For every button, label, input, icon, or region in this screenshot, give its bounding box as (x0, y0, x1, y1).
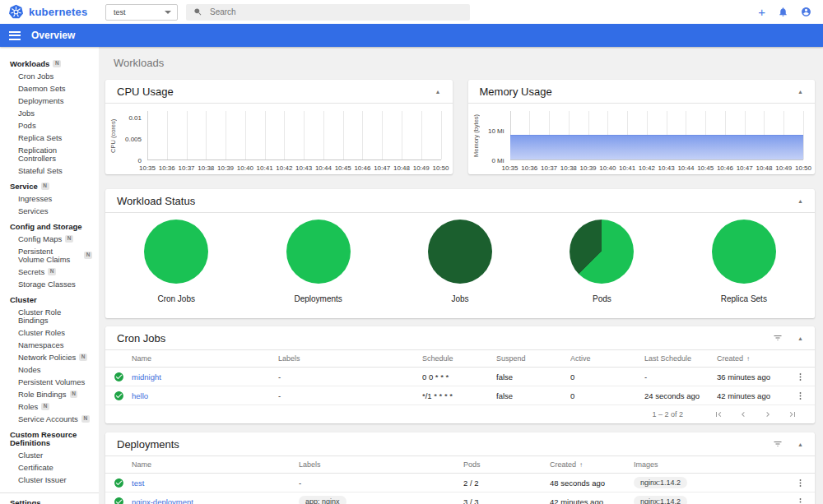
search-input[interactable] (210, 7, 463, 16)
column-header-labels[interactable]: Labels (299, 460, 463, 469)
pagination: 1 – 2 of 2 (105, 405, 815, 423)
first-page-button[interactable] (706, 409, 731, 419)
row-menu (785, 495, 815, 504)
column-header-active[interactable]: Active (570, 354, 644, 363)
sidebar-item-roles[interactable]: RolesN (0, 400, 99, 413)
memory-usage-title: Memory Usage (480, 86, 783, 98)
sidebar-item-persistent-volume-claims[interactable]: Persistent Volume ClaimsN (0, 245, 99, 266)
resource-link[interactable]: nginx-deployment (132, 497, 193, 504)
row-menu (785, 389, 815, 403)
sidebar-item-stateful-sets[interactable]: Stateful Sets (0, 164, 99, 177)
sidebar-item-replication-controllers[interactable]: Replication Controllers (0, 144, 99, 164)
filter-button[interactable] (773, 439, 783, 449)
sidebar-item-role-bindings[interactable]: Role BindingsN (0, 388, 99, 400)
notifications-button[interactable] (778, 7, 788, 17)
collapse-button[interactable]: ▲ (797, 198, 803, 204)
column-header-label: Created (550, 460, 576, 469)
sidebar-item-network-policies[interactable]: Network PoliciesN (0, 351, 99, 363)
row-menu-button[interactable] (793, 370, 807, 384)
sidebar-item-settings[interactable]: Settings (0, 497, 99, 504)
sidebar-section-config-and-storage[interactable]: Config and Storage (0, 220, 99, 233)
account-circle-icon (801, 7, 811, 17)
y-axis-tick: 0.01 (128, 113, 142, 121)
sidebar-item-certificate[interactable]: Certificate (0, 461, 99, 474)
gridline (402, 111, 402, 160)
sidebar-item-daemon-sets[interactable]: Daemon Sets (0, 82, 99, 95)
resource-link[interactable]: midnight (132, 372, 161, 381)
collapse-button[interactable]: ▲ (797, 335, 803, 341)
namespaced-badge: N (41, 403, 49, 411)
sidebar-item-services[interactable]: Services (0, 205, 99, 217)
namespace-value: test (114, 8, 165, 16)
sidebar-item-label: Persistent Volumes (18, 378, 85, 386)
sidebar-item-nodes[interactable]: Nodes (0, 363, 99, 376)
sidebar-item-jobs[interactable]: Jobs (0, 107, 99, 119)
sidebar-item-pods[interactable]: Pods (0, 119, 99, 132)
previous-page-button[interactable] (731, 409, 756, 419)
column-header-suspend[interactable]: Suspend (496, 354, 570, 363)
collapse-button[interactable]: ▲ (797, 442, 803, 447)
sidebar-item-label: Cluster Role Bindings (18, 308, 92, 325)
menu-icon[interactable] (9, 31, 21, 40)
sidebar-section-service[interactable]: ServiceN (0, 180, 99, 192)
column-header-label: Created (717, 354, 743, 363)
sidebar-item-replica-sets[interactable]: Replica Sets (0, 132, 99, 144)
row-menu-button[interactable] (793, 495, 807, 504)
column-header-last-schedule[interactable]: Last Schedule (644, 354, 717, 363)
status-ok-icon (105, 391, 132, 401)
main-content: Workloads CPU Usage ▲ CPU (cores) 0.010.… (99, 47, 823, 504)
search-bar[interactable] (186, 4, 470, 21)
next-page-button[interactable] (756, 409, 780, 419)
pagination-range: 1 – 2 of 2 (652, 410, 683, 418)
sidebar-item-persistent-volumes[interactable]: Persistent Volumes (0, 376, 99, 388)
column-header-created[interactable]: Created↑ (550, 460, 634, 469)
sidebar-section-cluster[interactable]: Cluster (0, 294, 99, 306)
row-menu (785, 370, 815, 384)
sidebar-item-cluster-roles[interactable]: Cluster Roles (0, 326, 99, 339)
cell-labels: - (278, 372, 422, 381)
kubernetes-logo[interactable]: kubernetes (8, 4, 100, 20)
row-menu-button[interactable] (793, 476, 807, 490)
column-header-label: Pods (463, 460, 481, 469)
cell-value: 3 / 3 (463, 497, 479, 504)
sidebar-item-cluster-role-bindings[interactable]: Cluster Role Bindings (0, 306, 99, 326)
account-button[interactable] (801, 7, 811, 17)
last-page-button[interactable] (780, 409, 805, 419)
column-header-created[interactable]: Created↑ (717, 354, 785, 363)
column-header-schedule[interactable]: Schedule (422, 354, 496, 363)
create-resource-button[interactable]: + (758, 6, 765, 18)
workload-status-cron-jobs: Cron Jobs (105, 220, 247, 303)
pie-label: Pods (593, 294, 611, 303)
filter-button[interactable] (773, 333, 783, 343)
sidebar-item-cron-jobs[interactable]: Cron Jobs (0, 70, 99, 82)
sidebar-item-deployments[interactable]: Deployments (0, 95, 99, 107)
column-header-labels[interactable]: Labels (278, 354, 422, 363)
sidebar-item-ingresses[interactable]: Ingresses (0, 192, 99, 205)
y-axis-tick: 10 Mi (488, 127, 504, 134)
gridline (206, 111, 207, 160)
sidebar-item-cluster[interactable]: Cluster (0, 449, 99, 461)
column-header-name[interactable]: Name (132, 460, 299, 469)
column-header-label: Labels (299, 460, 321, 469)
sidebar-section-workloads[interactable]: WorkloadsN (0, 58, 99, 70)
sidebar-item-storage-classes[interactable]: Storage Classes (0, 278, 99, 290)
column-header-pods[interactable]: Pods (463, 460, 550, 469)
column-header-label: Labels (278, 354, 300, 363)
row-menu-button[interactable] (793, 389, 807, 403)
sidebar-item-service-accounts[interactable]: Service AccountsN (0, 413, 99, 425)
namespace-selector[interactable]: test (105, 4, 178, 21)
sidebar-item-namespaces[interactable]: Namespaces (0, 339, 99, 351)
resource-link[interactable]: test (132, 479, 144, 488)
sidebar-section-custom-resource-definitions[interactable]: Custom Resource Definitions (0, 428, 99, 449)
sidebar-item-cluster-issuer[interactable]: Cluster Issuer (0, 474, 99, 486)
collapse-button[interactable]: ▲ (797, 89, 803, 95)
sidebar-item-secrets[interactable]: SecretsN (0, 266, 99, 278)
sidebar-item-config-maps[interactable]: Config MapsN (0, 233, 99, 245)
relative-time: 42 minutes ago (550, 497, 603, 504)
resource-link[interactable]: hello (132, 391, 148, 400)
column-header-name[interactable]: Name (132, 354, 278, 363)
filter-icon (773, 439, 783, 449)
column-header-label: Suspend (496, 354, 526, 363)
collapse-button[interactable]: ▲ (435, 89, 441, 95)
column-header-images[interactable]: Images (634, 460, 785, 469)
